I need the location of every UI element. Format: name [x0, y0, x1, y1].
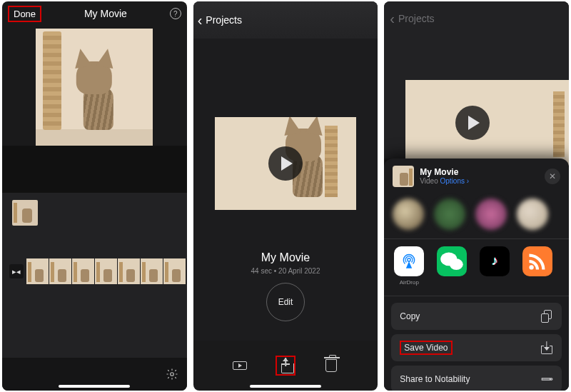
editor-header: Done My Movie ? — [2, 1, 187, 26]
wechat-icon — [437, 246, 467, 276]
project-header-dim: ‹ Projects — [384, 1, 569, 36]
share-icon — [281, 358, 290, 373]
action-label: Save Video — [400, 341, 452, 355]
media-thumbnail[interactable] — [12, 200, 38, 226]
rss-icon — [522, 246, 552, 276]
contact-avatar[interactable] — [434, 198, 465, 230]
app-label: AirDrop — [400, 279, 419, 286]
pencil-icon — [537, 370, 555, 388]
share-thumbnail — [393, 166, 414, 187]
action-save-video[interactable]: Save Video — [391, 334, 562, 361]
video-preview[interactable] — [36, 29, 153, 146]
share-subtitle[interactable]: Video Options › — [420, 177, 539, 186]
play-icon[interactable] — [268, 146, 303, 181]
options-link[interactable]: Options — [440, 177, 465, 185]
contact-avatar[interactable] — [517, 198, 548, 230]
action-label: Copy — [400, 311, 420, 321]
share-title: My Movie — [420, 167, 539, 177]
app-rss[interactable] — [521, 246, 554, 286]
app-tiktok[interactable]: ♪ — [478, 246, 511, 286]
trash-button[interactable] — [321, 356, 341, 376]
screen-1-editor: Done My Movie ? ▸◂ — [2, 1, 187, 391]
projects-back-label[interactable]: Projects — [204, 14, 242, 26]
close-icon[interactable]: ✕ — [545, 169, 560, 184]
cat-graphic — [69, 51, 126, 130]
share-apps-row: AirDrop ♪ — [384, 246, 569, 290]
contact-avatar[interactable] — [475, 198, 507, 230]
screen-3-share-sheet: ‹ Projects My Movie Video Options › ✕ — [384, 1, 569, 391]
home-indicator[interactable] — [59, 385, 130, 388]
back-chevron-icon[interactable]: ‹ — [198, 12, 205, 29]
share-button[interactable] — [276, 356, 295, 376]
done-button[interactable]: Done — [8, 6, 41, 22]
app-wechat[interactable] — [435, 246, 468, 286]
action-label: Share to Notability — [400, 374, 470, 384]
project-title: My Movie — [84, 8, 127, 19]
scratching-post-graphic — [325, 126, 338, 197]
share-actions-list: Copy Save Video Share to Notability Open… — [384, 303, 569, 391]
airdrop-contacts-row — [384, 194, 569, 237]
action-copy[interactable]: Copy — [391, 303, 562, 330]
gear-icon[interactable] — [166, 368, 178, 381]
tiktok-icon: ♪ — [480, 246, 510, 276]
project-meta: 44 sec • 20 April 2022 — [193, 267, 378, 275]
contact-avatar[interactable] — [393, 198, 424, 230]
share-sheet-header: My Movie Video Options › ✕ — [384, 159, 569, 194]
svg-point-0 — [170, 373, 173, 376]
copy-icon — [540, 310, 553, 323]
download-icon — [540, 341, 553, 354]
timeline[interactable]: ▸◂ — [2, 193, 187, 358]
projects-back-label-dim: Projects — [397, 13, 435, 24]
clip-strip[interactable] — [26, 258, 187, 284]
play-rect-icon[interactable] — [230, 356, 250, 376]
screen-2-project-detail: ‹ Projects My Movie 44 sec • 20 April 20… — [193, 1, 378, 391]
play-icon — [455, 106, 490, 140]
back-chevron-icon: ‹ — [390, 11, 397, 27]
svg-point-3 — [450, 258, 463, 270]
video-thumbnail[interactable] — [215, 117, 357, 210]
project-title: My Movie — [193, 251, 378, 264]
help-icon[interactable]: ? — [170, 8, 181, 19]
airdrop-icon — [394, 246, 424, 276]
preview-divider — [2, 146, 187, 193]
project-background: ‹ Projects — [384, 1, 569, 159]
home-indicator[interactable] — [250, 385, 321, 388]
video-thumbnail-dim — [405, 80, 569, 166]
trash-icon — [325, 359, 337, 372]
project-header: ‹ Projects — [193, 1, 378, 39]
share-sheet: My Movie Video Options › ✕ AirDrop — [384, 159, 569, 391]
app-airdrop[interactable]: AirDrop — [393, 246, 425, 286]
transition-icon[interactable]: ▸◂ — [9, 264, 24, 278]
svg-point-4 — [530, 265, 534, 269]
edit-button[interactable]: Edit — [266, 283, 305, 321]
action-share-notability[interactable]: Share to Notability — [391, 366, 562, 391]
scratching-post-graphic — [43, 31, 61, 130]
divider — [384, 296, 569, 296]
project-body: My Movie 44 sec • 20 April 2022 Edit — [193, 39, 378, 341]
svg-point-1 — [408, 258, 410, 261]
divider — [384, 238, 569, 239]
project-toolbar — [193, 341, 378, 391]
